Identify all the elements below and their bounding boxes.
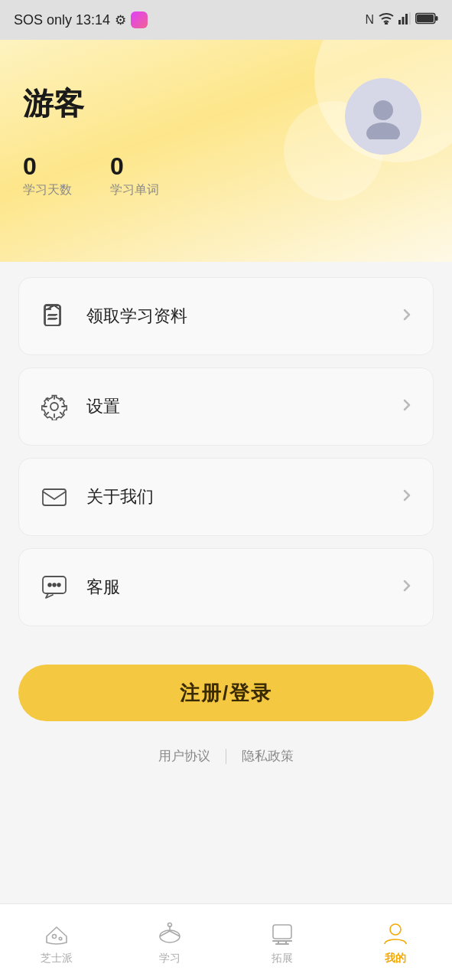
chevron-right-icon-settings [399,397,415,416]
chevron-right-icon-support [399,578,415,596]
study-words-value: 0 [110,152,159,181]
chat-icon [37,570,71,604]
svg-rect-4 [409,12,411,24]
mail-icon [37,480,71,514]
menu-label-support: 客服 [86,576,120,599]
menu-item-left-about: 关于我们 [37,480,154,514]
stats-row: 0 学习天数 0 学习单词 [23,152,429,198]
svg-rect-2 [402,17,405,24]
menu-item-settings[interactable]: 设置 [18,368,434,446]
svg-point-25 [167,923,171,926]
svg-rect-3 [405,14,408,24]
svg-point-8 [373,100,393,120]
svg-point-23 [59,937,62,940]
settings-icon [37,390,71,423]
status-text: SOS only 13:14 [14,12,110,28]
nav-item-expand[interactable]: 拓展 [226,912,340,973]
wifi-icon [379,12,394,28]
signal-icon [398,12,411,28]
study-icon [155,920,184,949]
chevron-right-icon-materials [399,307,415,325]
svg-point-0 [385,23,387,24]
svg-point-21 [57,583,60,586]
nfc-icon: N [365,13,374,27]
battery-icon [415,12,438,28]
bottom-spacer [0,773,452,857]
menu-label-materials: 领取学习资料 [86,305,187,328]
svg-point-22 [52,934,56,938]
menu-item-support[interactable]: 客服 [18,548,434,626]
stat-study-words: 0 学习单词 [110,152,159,198]
svg-rect-7 [417,15,434,22]
study-days-label: 学习天数 [23,182,72,198]
menu-item-left-settings: 设置 [37,390,120,423]
svg-point-16 [50,403,58,410]
stat-study-days: 0 学习天数 [23,152,72,198]
nav-label-home: 芝士派 [41,952,73,965]
study-days-value: 0 [23,152,72,181]
menu-label-about: 关于我们 [86,485,154,508]
nav-item-study[interactable]: 学习 [113,912,226,973]
terms-link[interactable]: 用户协议 [143,747,226,765]
profile-header: 游客 0 学习天数 0 学习单词 [0,40,452,262]
menu-item-left-support: 客服 [37,570,120,604]
svg-rect-1 [398,20,401,24]
chevron-right-icon-about [399,488,415,506]
svg-rect-6 [435,16,438,21]
menu-label-settings: 设置 [86,395,120,418]
footer-links: 用户协议 隐私政策 [0,737,452,773]
menu-item-materials[interactable]: 领取学习资料 [18,277,434,355]
nav-item-mine[interactable]: 我的 [339,912,452,973]
svg-rect-26 [273,925,291,939]
nav-label-mine: 我的 [385,952,406,965]
status-right: N [365,12,438,28]
user-icon [381,920,410,949]
register-button[interactable]: 注册/登录 [18,665,434,721]
nav-label-study: 学习 [159,952,180,965]
bottom-nav: 芝士派 学习 拓展 [0,903,452,980]
svg-point-9 [366,122,400,139]
privacy-link[interactable]: 隐私政策 [226,747,309,765]
cheese-icon [42,920,71,949]
nav-label-expand: 拓展 [272,952,293,965]
app-icon [131,11,148,28]
document-icon [37,299,71,333]
svg-point-31 [390,924,401,935]
svg-point-24 [160,930,180,942]
svg-point-19 [48,583,51,586]
register-section: 注册/登录 [0,642,452,737]
gear-icon: ⚙ [115,12,126,28]
svg-point-20 [53,583,56,586]
nav-item-home[interactable]: 芝士派 [0,912,113,973]
menu-item-about[interactable]: 关于我们 [18,458,434,536]
status-bar: SOS only 13:14 ⚙ N [0,0,452,40]
status-left: SOS only 13:14 ⚙ [14,11,148,28]
expand-icon [268,920,297,949]
svg-rect-17 [43,489,66,505]
study-words-label: 学习单词 [110,182,159,198]
avatar [345,78,421,155]
menu-item-left: 领取学习资料 [37,299,187,333]
menu-section: 领取学习资料 设置 [0,262,452,642]
